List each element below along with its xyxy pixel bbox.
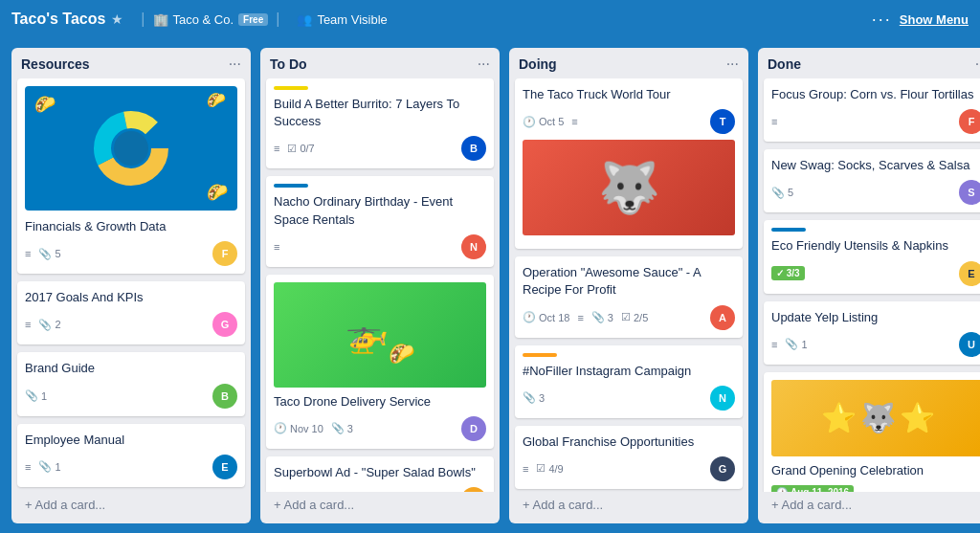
star-left: ⭐: [821, 401, 857, 434]
column-menu-resources[interactable]: ···: [229, 56, 241, 73]
taco-deco-1: 🌮: [34, 94, 56, 115]
card-global[interactable]: Global Franchise Opportunities ≡ ☑4/9 G: [515, 426, 743, 489]
column-menu-todo[interactable]: ···: [478, 56, 490, 73]
add-card-done[interactable]: + Add a card...: [764, 492, 980, 518]
card-taco-truck[interactable]: The Taco Truck World Tour 🕐Oct 5 ≡ T 🐺: [515, 78, 743, 249]
column-doing: Doing ··· The Taco Truck World Tour 🕐Oct…: [509, 48, 748, 523]
star-right: ⭐: [900, 401, 935, 434]
card-footer-brand: 📎1 B: [25, 384, 237, 409]
column-title-todo: To Do: [270, 56, 307, 72]
card-goals[interactable]: 2017 Goals And KPIs ≡ 📎2 G: [17, 281, 245, 344]
card-title-burrito: Build A Better Burrito: 7 Layers To Succ…: [274, 96, 486, 130]
card-avatar-truck: T: [710, 109, 735, 134]
card-avatar-brand: B: [212, 384, 237, 409]
card-title-superbowl: Superbowl Ad - "Super Salad Bowls": [274, 464, 486, 481]
attach-icon: 📎: [25, 389, 38, 402]
card-avatar-burrito: B: [461, 136, 486, 161]
card-brand[interactable]: Brand Guide 📎1 B: [17, 352, 245, 415]
card-grand[interactable]: ⭐ 🐺 ⭐ Grand Opening Celebration 🕐Aug 11,…: [764, 372, 980, 492]
column-resources: Resources ··· 🌮 🌮 🌮 Financials & Grow: [11, 48, 251, 523]
check-icon: ☑: [536, 462, 546, 475]
card-footer-grand: 🕐Aug 11, 2016: [771, 485, 980, 492]
card-yelp[interactable]: Update Yelp Listing ≡ 📎1 U: [764, 301, 980, 365]
card-drone[interactable]: 🚁 🌮 Taco Drone Delivery Service 🕐Nov 10 …: [266, 275, 494, 449]
card-avatar-global: G: [710, 456, 735, 481]
column-header-done: Done ···: [758, 48, 980, 78]
card-meta-date-truck: 🕐Oct 5: [523, 116, 564, 128]
card-swag[interactable]: New Swag: Socks, Scarves & Salsa 📎5 S: [764, 149, 980, 212]
label-bar-nacho: [274, 184, 308, 188]
card-superbowl[interactable]: Superbowl Ad - "Super Salad Bowls" 🕐Dec …: [266, 456, 494, 492]
card-meta-lines-nacho: ≡: [274, 241, 279, 253]
add-card-doing[interactable]: + Add a card...: [515, 492, 743, 518]
card-meta-attach-employee: 📎1: [38, 460, 60, 473]
add-card-resources[interactable]: + Add a card...: [17, 492, 245, 518]
donut-chart: [88, 105, 174, 191]
clock-icon: 🕐: [523, 311, 536, 323]
card-avatar-focus: F: [959, 109, 980, 134]
check-icon: ☑: [621, 311, 631, 323]
card-meta-attach-nofiller: 📎3: [523, 391, 545, 404]
card-avatar-nacho: N: [461, 234, 486, 259]
card-nofiller[interactable]: #NoFiller Instagram Campaign 📎3 N: [515, 345, 743, 418]
clock-icon: 🕐: [523, 116, 536, 128]
card-meta-date-drone: 🕐Nov 10: [274, 422, 323, 434]
card-nacho[interactable]: Nacho Ordinary Birthday - Event Space Re…: [266, 176, 494, 266]
card-title-swag: New Swag: Socks, Scarves & Salsa: [771, 157, 980, 174]
taco-deco-3: 🌮: [207, 182, 228, 203]
more-options-icon[interactable]: ···: [872, 10, 892, 30]
add-card-todo[interactable]: + Add a card...: [266, 492, 494, 518]
card-footer-focus: ≡ F: [771, 109, 980, 134]
lines-icon: ≡: [274, 241, 279, 253]
card-meta-lines: ≡: [25, 248, 31, 259]
card-avatar-drone: D: [461, 416, 486, 441]
attach-icon: 📎: [331, 422, 345, 434]
lines-icon: ≡: [25, 461, 31, 473]
card-utensils[interactable]: Eco Friendly Utensils & Napkins ✓ 3/3 E: [764, 220, 980, 293]
card-meta-attach-swag: 📎5: [771, 187, 793, 199]
star-icon[interactable]: ★: [111, 11, 123, 27]
lines-icon: ≡: [771, 116, 777, 127]
card-meta-attach-brand: 📎1: [25, 389, 47, 402]
column-menu-doing[interactable]: ···: [726, 56, 739, 73]
card-footer-drone: 🕐Nov 10 📎3 D: [274, 416, 486, 441]
lines-icon: ≡: [25, 319, 31, 330]
card-title-goals: 2017 Goals And KPIs: [25, 289, 237, 306]
attach-icon: 📎: [771, 187, 785, 199]
card-title-global: Global Franchise Opportunities: [523, 433, 735, 451]
card-avatar-employee: E: [212, 455, 237, 479]
checklist-icon: ☑: [287, 143, 297, 155]
label-bar-nofiller: [523, 353, 557, 357]
lines-icon: ≡: [274, 143, 279, 154]
party-emoji: 🐺: [860, 401, 896, 434]
org-name[interactable]: 🏢 Taco & Co. Free: [153, 12, 269, 27]
card-footer-swag: 📎5 S: [771, 180, 980, 205]
taco-deco-2: 🌮: [207, 91, 226, 109]
card-meta-lines-employee: ≡: [25, 461, 31, 473]
card-meta-attachments: 📎5: [38, 248, 60, 260]
show-menu-button[interactable]: Show Menu: [900, 12, 969, 27]
column-title-doing: Doing: [519, 56, 557, 72]
card-footer-nacho: ≡ N: [274, 234, 486, 259]
attach-icon: 📎: [785, 338, 798, 350]
card-footer-taco-truck: 🕐Oct 5 ≡ T: [523, 109, 735, 134]
card-title-drone: Taco Drone Delivery Service: [274, 393, 486, 411]
card-meta-check-sauce: ☑2/5: [621, 311, 648, 323]
lines-icon: ≡: [571, 116, 577, 127]
board-title[interactable]: Taco's Tacos: [11, 11, 105, 28]
app-header: Taco's Tacos ★ | 🏢 Taco & Co. Free | 👥 T…: [0, 0, 980, 38]
card-employee[interactable]: Employee Manual ≡ 📎1 E: [17, 424, 245, 487]
card-focus[interactable]: Focus Group: Corn vs. Flour Tortillas ≡ …: [764, 78, 980, 142]
visibility-label[interactable]: 👥 Team Visible: [297, 12, 387, 27]
card-meta-attach-sauce: 📎3: [591, 311, 613, 323]
column-title-resources: Resources: [21, 56, 90, 72]
card-footer-yelp: ≡ 📎1 U: [771, 332, 980, 357]
lines-icon: ≡: [523, 463, 528, 475]
column-menu-done[interactable]: ···: [975, 56, 980, 73]
column-header-doing: Doing ···: [509, 48, 748, 78]
attach-icon: 📎: [523, 391, 536, 404]
card-burrito[interactable]: Build A Better Burrito: 7 Layers To Succ…: [266, 78, 494, 168]
label-bar-utensils: [771, 228, 806, 232]
card-financials[interactable]: 🌮 🌮 🌮 Financials & Growth Data ≡ 📎5 F: [17, 78, 245, 274]
card-awesome-sauce[interactable]: Operation "Awesome Sauce" - A Recipe For…: [515, 256, 743, 337]
